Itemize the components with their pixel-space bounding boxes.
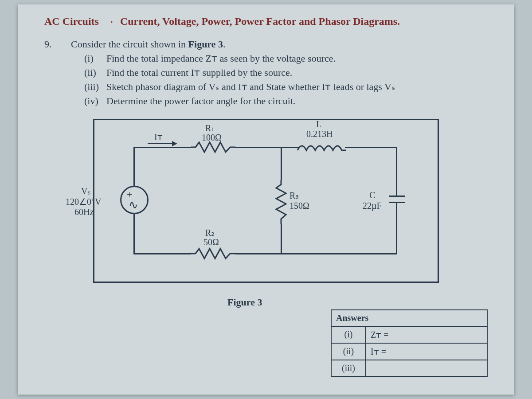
source-freq: 60Hz — [74, 207, 94, 217]
answer-val: Iᴛ = — [366, 344, 487, 360]
wire — [281, 224, 282, 254]
answers-title: Answers — [332, 310, 487, 327]
question-stem: Consider the circuit shown in Figure 3. — [71, 37, 488, 51]
part-text: Sketch phasor diagram of Vₛ and Iᴛ and S… — [106, 80, 395, 94]
wire — [133, 147, 191, 148]
resistor-icon — [275, 180, 287, 224]
r3-name: R₃ — [289, 190, 299, 201]
wire — [345, 147, 397, 148]
part-i: (i) Find the total impedance Zᴛ as seen … — [84, 51, 488, 66]
part-num: (iii) — [84, 80, 106, 94]
c-value: 22µF — [363, 201, 382, 211]
it-label: Iᴛ — [154, 132, 163, 142]
page-header: AC Circuits → Current, Voltage, Power, P… — [44, 16, 488, 27]
wire — [133, 253, 191, 254]
answer-num: (i) — [332, 327, 366, 343]
answer-row: (i) Zᴛ = — [332, 327, 487, 344]
topic: AC Circuits — [44, 16, 99, 27]
r3-value: 150Ω — [289, 201, 309, 211]
part-iv: (iv) Determine the power factor angle fo… — [84, 94, 488, 108]
sub-items: (i) Find the total impedance Zᴛ as seen … — [84, 51, 488, 108]
answers-box: Answers (i) Zᴛ = (ii) Iᴛ = (iii) — [331, 309, 488, 377]
part-text: Find the total impedance Zᴛ as seen by t… — [106, 51, 336, 66]
current-arrow — [148, 143, 172, 144]
r2-value: 50Ω — [203, 237, 219, 247]
inductor-icon — [297, 141, 346, 153]
answer-num: (iii) — [332, 360, 366, 376]
source-value: 120∠0°V — [66, 196, 101, 207]
wire — [235, 147, 297, 148]
question-block: 9. Consider the circuit shown in Figure … — [44, 37, 488, 108]
source-name: Vₛ — [81, 186, 90, 196]
question-number: 9. — [44, 37, 71, 108]
voltage-source-icon: + ∿ — [120, 186, 149, 214]
wire — [235, 253, 397, 254]
answer-val — [366, 360, 487, 376]
arrowhead-icon — [172, 141, 177, 146]
part-num: (i) — [84, 51, 106, 66]
r2-name: R₂ — [205, 227, 215, 238]
answer-num: (ii) — [332, 344, 366, 360]
subtitle: Current, Voltage, Power, Power Factor an… — [120, 16, 400, 27]
circuit-diagram: + ∿ Vₛ 120∠0°V 60Hz Iᴛ R₁ 100Ω L 0.213H — [93, 119, 439, 283]
arrow-icon: → — [104, 16, 115, 27]
l-value: 0.213H — [306, 129, 332, 139]
stem-figure-ref: Figure 3 — [188, 39, 223, 50]
part-text: Find the total current Iᴛ supplied by th… — [106, 66, 292, 80]
sine-icon: ∿ — [129, 200, 138, 211]
part-num: (ii) — [84, 66, 106, 80]
part-ii: (ii) Find the total current Iᴛ supplied … — [84, 66, 488, 80]
answer-row: (ii) Iᴛ = — [332, 344, 487, 360]
part-num: (iv) — [84, 94, 106, 108]
wire — [296, 147, 299, 148]
capacitor-icon — [389, 196, 405, 197]
c-name: C — [369, 190, 375, 200]
r1-value: 100Ω — [202, 133, 222, 143]
part-text: Determine the power factor angle for the… — [106, 94, 295, 108]
stem-a: Consider the circuit shown in — [71, 39, 188, 50]
wire — [281, 147, 282, 180]
answer-val: Zᴛ = — [366, 327, 487, 343]
part-iii: (iii) Sketch phasor diagram of Vₛ and Iᴛ… — [84, 80, 488, 94]
resistor-icon — [191, 248, 235, 259]
wire — [396, 147, 397, 196]
wire — [396, 203, 397, 254]
resistor-icon — [191, 141, 235, 153]
figure-caption: Figure 3 — [227, 297, 262, 308]
answer-row: (iii) — [332, 360, 487, 376]
question-body: Consider the circuit shown in Figure 3. … — [71, 37, 488, 108]
l-name: L — [316, 119, 321, 129]
page: AC Circuits → Current, Voltage, Power, P… — [18, 4, 514, 395]
r1-name: R₁ — [205, 123, 215, 133]
wire — [133, 213, 135, 254]
wire — [133, 147, 135, 187]
stem-c: . — [223, 39, 226, 50]
